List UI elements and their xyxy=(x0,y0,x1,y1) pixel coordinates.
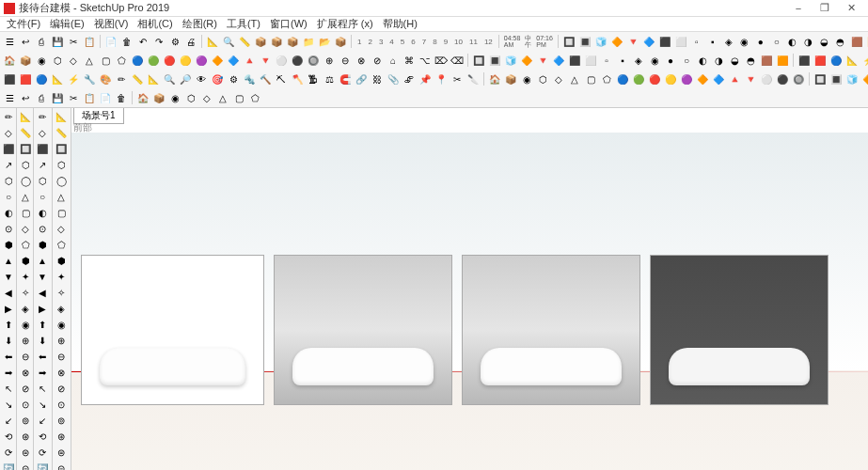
toolbar-button[interactable]: 🔩 xyxy=(242,71,257,86)
toolbar-button[interactable]: ⎙ xyxy=(34,34,49,49)
model-view-render-1[interactable] xyxy=(274,255,452,405)
toolbar-button[interactable]: 🖨 xyxy=(183,34,198,49)
toolbar-button[interactable]: 📏 xyxy=(237,34,252,49)
toolbar-button[interactable]: ✏ xyxy=(114,71,129,86)
menu-view[interactable]: 视图(V) xyxy=(89,17,134,31)
toolbar-button[interactable]: 📌 xyxy=(418,71,433,86)
side-tool-button[interactable]: ▢ xyxy=(18,205,33,220)
model-view-render-2[interactable] xyxy=(462,255,640,405)
toolbar-button[interactable]: ↷ xyxy=(151,34,166,49)
side-tool-button[interactable]: ⬡ xyxy=(1,173,16,188)
toolbar-button[interactable]: 🧲 xyxy=(338,71,353,86)
side-tool-button[interactable]: ⬢ xyxy=(18,253,33,268)
side-tool-button[interactable]: △ xyxy=(54,189,69,204)
menu-edit[interactable]: 编辑(E) xyxy=(45,17,89,31)
toolbar-button[interactable]: 🔘 xyxy=(306,53,321,68)
side-tool-button[interactable]: ⊝ xyxy=(54,461,69,470)
side-tool-button[interactable]: ↖ xyxy=(1,381,16,396)
toolbar-button[interactable]: 🔷 xyxy=(641,34,656,49)
toolbar-button[interactable]: ☰ xyxy=(2,90,17,105)
toolbar-button[interactable]: ▢ xyxy=(231,90,246,105)
ruler-tick[interactable]: 9 xyxy=(441,38,450,46)
toolbar-button[interactable]: 🔵 xyxy=(34,71,49,86)
side-tool-button[interactable]: ⊙ xyxy=(18,397,33,412)
toolbar-button[interactable]: 🔳 xyxy=(487,53,502,68)
toolbar-button[interactable]: ⌥ xyxy=(418,53,433,68)
model-view-wireframe[interactable] xyxy=(81,255,264,405)
side-tool-button[interactable]: ✦ xyxy=(54,269,69,284)
ruler-tick[interactable]: 1 xyxy=(355,38,364,46)
toolbar-button[interactable]: ✂ xyxy=(66,90,81,105)
toolbar-button[interactable]: ✂ xyxy=(66,34,81,49)
side-tool-button[interactable]: ◯ xyxy=(18,173,33,188)
toolbar-button[interactable]: ⚪ xyxy=(274,53,289,68)
toolbar-button[interactable]: ◉ xyxy=(34,53,49,68)
toolbar-button[interactable]: 🔍 xyxy=(162,71,177,86)
toolbar-button[interactable]: 🔧 xyxy=(82,71,97,86)
side-tool-button[interactable]: ◈ xyxy=(54,301,69,316)
side-tool-button[interactable]: ○ xyxy=(35,189,50,204)
toolbar-button[interactable]: 📋 xyxy=(82,34,97,49)
toolbar-button[interactable]: 🟢 xyxy=(146,53,161,68)
side-tool-button[interactable]: ◐ xyxy=(35,205,50,220)
toolbar-button[interactable]: 📦 xyxy=(18,53,33,68)
ruler-tick[interactable]: 3 xyxy=(376,38,386,46)
model-view-top[interactable] xyxy=(650,255,829,405)
side-tool-button[interactable]: ▼ xyxy=(1,269,16,284)
toolbar-button[interactable]: ● xyxy=(753,34,768,49)
toolbar-button[interactable]: ⬠ xyxy=(599,71,614,86)
side-tool-button[interactable]: ↙ xyxy=(35,413,50,428)
side-tool-button[interactable]: ⊜ xyxy=(18,445,33,460)
side-tool-button[interactable]: ⬅ xyxy=(35,349,50,364)
side-tool-button[interactable]: ✏ xyxy=(1,109,16,124)
side-tool-button[interactable]: ✦ xyxy=(18,269,33,284)
toolbar-button[interactable]: 🔴 xyxy=(647,71,662,86)
toolbar-button[interactable]: 🔍 xyxy=(221,34,236,49)
toolbar-button[interactable]: ⬛ xyxy=(797,53,812,68)
toolbar-button[interactable]: 📐 xyxy=(844,53,860,68)
shadow-time[interactable]: 中午 xyxy=(523,35,533,48)
toolbar-button[interactable]: 🔻 xyxy=(258,53,273,68)
side-tool-button[interactable]: ⊕ xyxy=(54,333,69,348)
toolbar-button[interactable]: ◓ xyxy=(833,34,848,49)
toolbar-button[interactable]: ↩ xyxy=(18,34,33,49)
side-tool-button[interactable]: ⬛ xyxy=(1,141,16,156)
toolbar-button[interactable]: 🔺 xyxy=(242,53,257,68)
side-tool-button[interactable]: △ xyxy=(18,189,33,204)
toolbar-button[interactable]: 📦 xyxy=(253,34,268,49)
toolbar-button[interactable]: ◈ xyxy=(631,53,646,68)
side-tool-button[interactable]: ◀ xyxy=(1,285,16,300)
side-tool-button[interactable]: ⬇ xyxy=(35,333,50,348)
toolbar-button[interactable]: ⚫ xyxy=(775,71,790,86)
toolbar-button[interactable]: ☰ xyxy=(2,34,17,49)
toolbar-button[interactable]: 🔷 xyxy=(551,53,566,68)
toolbar-button[interactable]: 📎 xyxy=(386,71,401,86)
toolbar-button[interactable]: 🟫 xyxy=(849,34,864,49)
side-tool-button[interactable]: ◐ xyxy=(1,205,16,220)
toolbar-button[interactable]: ⊘ xyxy=(370,53,385,68)
toolbar-button[interactable]: 🔵 xyxy=(829,53,844,68)
toolbar-button[interactable]: 📁 xyxy=(301,34,316,49)
toolbar-button[interactable]: 🔺 xyxy=(727,71,742,86)
toolbar-button[interactable]: 📄 xyxy=(103,34,118,49)
toolbar-button[interactable]: ○ xyxy=(769,34,784,49)
side-tool-button[interactable]: ▶ xyxy=(35,301,50,316)
close-button[interactable]: ✕ xyxy=(838,1,864,16)
menu-window[interactable]: 窗口(W) xyxy=(265,17,312,31)
toolbar-button[interactable]: 💾 xyxy=(50,34,65,49)
side-tool-button[interactable]: ⊗ xyxy=(54,365,69,380)
toolbar-button[interactable]: 🔪 xyxy=(466,71,481,86)
toolbar-button[interactable]: 📍 xyxy=(434,71,449,86)
toolbar-button[interactable]: 🗜 xyxy=(306,71,321,86)
menu-extensions[interactable]: 扩展程序 (x) xyxy=(312,17,378,31)
toolbar-button[interactable]: ○ xyxy=(679,53,694,68)
side-tool-button[interactable]: ↗ xyxy=(1,157,16,172)
ruler-tick[interactable]: 12 xyxy=(481,38,496,46)
toolbar-button[interactable]: 📂 xyxy=(317,34,332,49)
toolbar-button[interactable]: ▢ xyxy=(583,71,598,86)
toolbar-button[interactable]: 🔲 xyxy=(471,53,486,68)
minimize-button[interactable]: − xyxy=(785,1,812,16)
toolbar-button[interactable]: 🗑 xyxy=(119,34,134,49)
side-tool-button[interactable]: 🔄 xyxy=(1,461,16,470)
toolbar-button[interactable]: ↶ xyxy=(135,34,150,49)
